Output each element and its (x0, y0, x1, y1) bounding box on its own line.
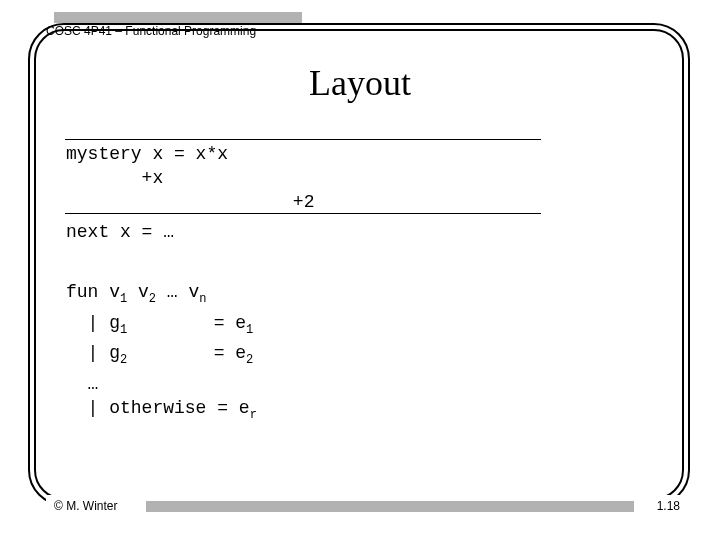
code-line: +x (66, 168, 163, 188)
slide-title: Layout (0, 62, 720, 104)
slide: COSC 4P41 – Functional Programming Layou… (0, 0, 720, 540)
footer: © M. Winter 1.18 (46, 495, 690, 517)
header-bar (54, 12, 302, 23)
course-label: COSC 4P41 – Functional Programming (46, 24, 256, 38)
code-line: +2 (66, 192, 314, 212)
code-line: fun v1 v2 … vn (66, 282, 206, 302)
code-line: | g2 = e2 (66, 343, 253, 363)
rule-top (65, 139, 541, 140)
author-label: © M. Winter (54, 499, 118, 513)
code-line: | g1 = e1 (66, 313, 253, 333)
header: COSC 4P41 – Functional Programming (46, 12, 310, 23)
page-number: 1.18 (657, 499, 680, 513)
code-line: … (66, 374, 98, 394)
code-line: | otherwise = er (66, 398, 257, 418)
code-block-1: mystery x = x*x +x +2 (66, 142, 314, 214)
code-block-2: fun v1 v2 … vn | g1 = e1 | g2 = e2 … | o… (66, 280, 257, 426)
code-line: mystery x = x*x (66, 144, 228, 164)
code-block-1b: next x = … (66, 220, 174, 244)
rule-bottom (65, 213, 541, 214)
footer-bar (146, 501, 634, 512)
